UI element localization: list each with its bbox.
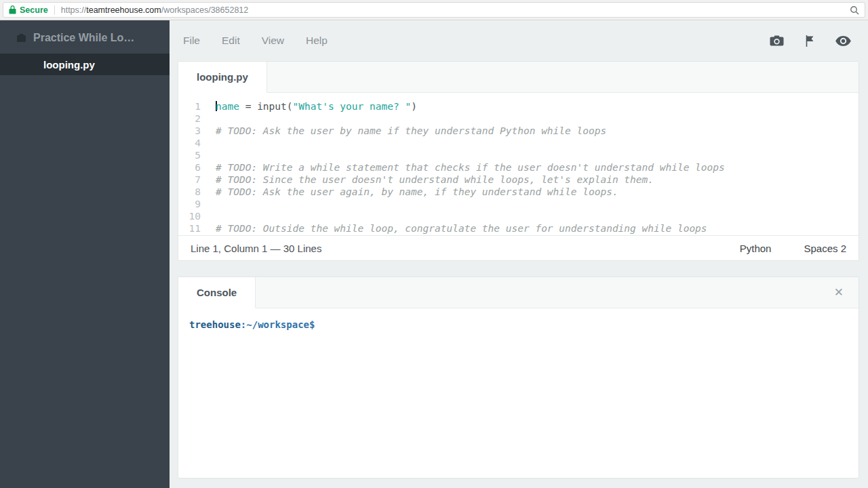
code-editor[interactable]: 1name = input("What's your name? ")23# T… [178, 93, 859, 235]
code-line[interactable]: 7# TODO: Since the user doesn't understa… [178, 174, 859, 186]
line-number: 7 [178, 174, 201, 186]
toolbar-icons [770, 35, 851, 47]
code-line-content: # TODO: Ask the user by name if they und… [216, 125, 606, 137]
code-line[interactable]: 10 [178, 210, 859, 222]
cursor-position: Line 1, Column 1 — 30 Lines [191, 243, 321, 254]
url-divider [54, 5, 55, 15]
project-name: Practice While Lo… [33, 32, 134, 44]
editor-tabbar: looping.py [178, 62, 859, 93]
code-line[interactable]: 9 [178, 198, 859, 210]
file-name: looping.py [43, 59, 95, 70]
line-number: 10 [178, 210, 201, 222]
line-number: 11 [178, 222, 201, 235]
code-line[interactable]: 4 [178, 137, 859, 149]
prompt-path: :~/workspace$ [241, 319, 315, 330]
prompt-user: treehouse [189, 319, 241, 330]
code-line-content: # TODO: Write a while statement that che… [216, 161, 725, 174]
tab-console[interactable]: Console [178, 277, 256, 308]
lock-icon [9, 5, 16, 14]
flag-icon[interactable] [804, 35, 815, 47]
code-line[interactable]: 6# TODO: Write a while statement that ch… [178, 161, 859, 174]
tab-label: looping.py [197, 71, 248, 83]
line-number: 1 [178, 100, 201, 113]
menu-view[interactable]: View [262, 35, 284, 47]
code-line[interactable]: 2 [178, 113, 859, 125]
code-line-content: name = input("What's your name? ") [216, 100, 417, 113]
url-domain: teamtreehouse.com [86, 5, 161, 15]
browser-chrome: Secure https://teamtreehouse.com/workspa… [0, 0, 868, 20]
console-tab-label: Console [197, 287, 237, 298]
line-number: 3 [178, 125, 201, 137]
indent-selector[interactable]: Spaces 2 [804, 243, 846, 254]
menu-bar: File Edit View Help [170, 20, 868, 61]
project-icon [16, 33, 26, 43]
close-console-icon[interactable]: ✕ [819, 287, 859, 298]
line-number: 8 [178, 186, 201, 198]
menu-help[interactable]: Help [306, 35, 328, 47]
line-number: 5 [178, 149, 201, 161]
url-path: /workspaces/38652812 [161, 5, 249, 15]
tab-looping-py[interactable]: looping.py [178, 62, 267, 93]
line-number: 2 [178, 113, 201, 125]
code-line-content: # TODO: Outside the while loop, congratu… [216, 222, 707, 235]
code-line[interactable]: 1name = input("What's your name? ") [178, 100, 859, 113]
line-number: 6 [178, 161, 201, 174]
line-number: 9 [178, 198, 201, 210]
line-number: 4 [178, 137, 201, 149]
console-output[interactable]: treehouse:~/workspace$ [178, 308, 859, 478]
url-bar[interactable]: Secure https://teamtreehouse.com/workspa… [3, 2, 865, 18]
code-line-content: # TODO: Since the user doesn't understan… [216, 174, 654, 186]
console-panel: Console ✕ treehouse:~/workspace$ [178, 277, 859, 479]
menu-edit[interactable]: Edit [222, 35, 240, 47]
menu-file[interactable]: File [183, 35, 200, 47]
url-scheme: https:// [61, 5, 87, 15]
eye-icon[interactable] [835, 36, 851, 46]
language-selector[interactable]: Python [740, 243, 772, 254]
url-text[interactable]: https://teamtreehouse.com/workspaces/386… [61, 5, 249, 15]
terminal-prompt: treehouse:~/workspace$ [189, 319, 848, 330]
code-line[interactable]: 5 [178, 149, 859, 161]
console-tabbar: Console ✕ [178, 277, 859, 308]
secure-label[interactable]: Secure [20, 5, 48, 15]
editor-panel: looping.py 1name = input("What's your na… [178, 61, 859, 261]
file-sidebar: Practice While Lo… looping.py [0, 20, 170, 488]
project-header[interactable]: Practice While Lo… [0, 20, 170, 54]
code-line[interactable]: 3# TODO: Ask the user by name if they un… [178, 125, 859, 137]
code-line[interactable]: 11# TODO: Outside the while loop, congra… [178, 222, 859, 235]
sidebar-item-looping-py[interactable]: looping.py [0, 54, 170, 75]
code-line-content: # TODO: Ask the user again, by name, if … [216, 186, 618, 198]
code-line[interactable]: 8# TODO: Ask the user again, by name, if… [178, 186, 859, 198]
magnifier-icon[interactable] [850, 5, 859, 15]
editor-statusbar: Line 1, Column 1 — 30 Lines Python Space… [178, 235, 859, 260]
camera-icon[interactable] [770, 35, 784, 47]
